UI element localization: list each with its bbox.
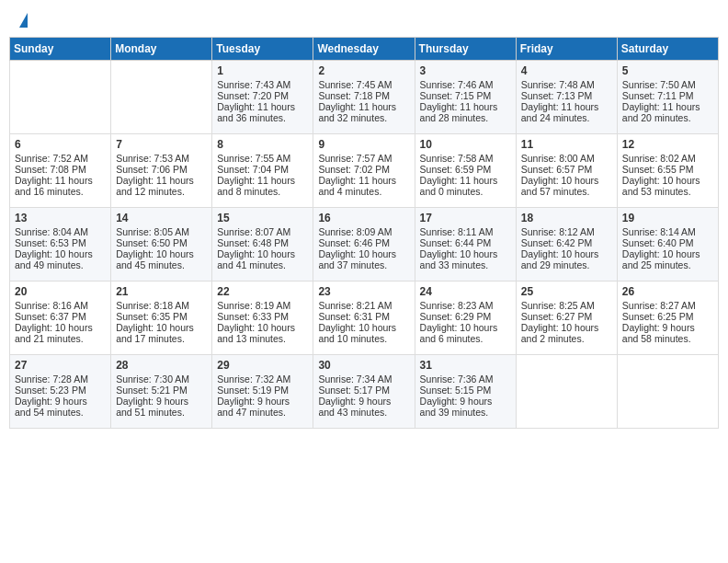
sunset-text: Sunset: 6:42 PM bbox=[521, 237, 612, 248]
calendar-header: SundayMondayTuesdayWednesdayThursdayFrid… bbox=[10, 38, 719, 61]
sunrise-text: Sunrise: 7:53 AM bbox=[116, 153, 207, 164]
calendar-cell: 22Sunrise: 8:19 AMSunset: 6:33 PMDayligh… bbox=[212, 282, 313, 355]
day-number: 26 bbox=[622, 285, 713, 298]
sunrise-text: Sunrise: 8:02 AM bbox=[622, 153, 713, 164]
sunset-text: Sunset: 6:46 PM bbox=[318, 237, 409, 248]
day-number: 27 bbox=[15, 359, 106, 372]
daylight-text: Daylight: 11 hours and 32 minutes. bbox=[318, 101, 409, 123]
day-number: 11 bbox=[521, 138, 612, 151]
daylight-text: Daylight: 11 hours and 36 minutes. bbox=[217, 101, 308, 123]
calendar-cell: 20Sunrise: 8:16 AMSunset: 6:37 PMDayligh… bbox=[10, 282, 111, 355]
day-number: 21 bbox=[116, 285, 207, 298]
sunset-text: Sunset: 6:44 PM bbox=[420, 237, 511, 248]
sunrise-text: Sunrise: 7:48 AM bbox=[521, 79, 612, 90]
day-number: 16 bbox=[318, 212, 409, 224]
calendar-cell: 4Sunrise: 7:48 AMSunset: 7:13 PMDaylight… bbox=[516, 61, 617, 134]
calendar-cell: 3Sunrise: 7:46 AMSunset: 7:15 PMDaylight… bbox=[415, 61, 516, 134]
header-day: Tuesday bbox=[212, 38, 313, 61]
calendar-cell: 10Sunrise: 7:58 AMSunset: 6:59 PMDayligh… bbox=[415, 134, 516, 208]
sunrise-text: Sunrise: 8:09 AM bbox=[318, 226, 409, 237]
day-number: 20 bbox=[15, 285, 106, 298]
calendar-cell: 7Sunrise: 7:53 AMSunset: 7:06 PMDaylight… bbox=[111, 134, 212, 208]
calendar-cell: 19Sunrise: 8:14 AMSunset: 6:40 PMDayligh… bbox=[617, 208, 718, 282]
sunset-text: Sunset: 6:55 PM bbox=[622, 164, 713, 175]
day-number: 25 bbox=[521, 285, 612, 298]
sunrise-text: Sunrise: 7:30 AM bbox=[116, 373, 207, 385]
calendar-week-row: 27Sunrise: 7:28 AMSunset: 5:23 PMDayligh… bbox=[10, 355, 719, 429]
daylight-text: Daylight: 9 hours and 54 minutes. bbox=[15, 396, 106, 418]
day-number: 12 bbox=[622, 138, 713, 151]
calendar-cell: 9Sunrise: 7:57 AMSunset: 7:02 PMDaylight… bbox=[313, 134, 415, 208]
header bbox=[9, 9, 719, 29]
sunset-text: Sunset: 5:15 PM bbox=[420, 385, 511, 396]
sunrise-text: Sunrise: 7:43 AM bbox=[217, 79, 308, 90]
calendar-cell: 18Sunrise: 8:12 AMSunset: 6:42 PMDayligh… bbox=[516, 208, 617, 282]
calendar-cell: 23Sunrise: 8:21 AMSunset: 6:31 PMDayligh… bbox=[313, 282, 415, 355]
day-number: 30 bbox=[318, 359, 409, 372]
sunset-text: Sunset: 7:18 PM bbox=[318, 90, 409, 101]
daylight-text: Daylight: 9 hours and 39 minutes. bbox=[420, 396, 511, 418]
daylight-text: Daylight: 11 hours and 28 minutes. bbox=[420, 101, 511, 123]
day-number: 8 bbox=[217, 138, 308, 151]
sunset-text: Sunset: 7:06 PM bbox=[116, 164, 207, 175]
day-number: 3 bbox=[420, 64, 511, 77]
day-number: 6 bbox=[15, 138, 106, 151]
calendar-week-row: 20Sunrise: 8:16 AMSunset: 6:37 PMDayligh… bbox=[10, 282, 719, 355]
daylight-text: Daylight: 10 hours and 10 minutes. bbox=[318, 322, 409, 344]
calendar-cell: 29Sunrise: 7:32 AMSunset: 5:19 PMDayligh… bbox=[212, 355, 313, 429]
logo-triangle-icon bbox=[19, 13, 28, 28]
sunset-text: Sunset: 7:13 PM bbox=[521, 90, 612, 101]
day-number: 5 bbox=[622, 64, 713, 77]
sunrise-text: Sunrise: 8:25 AM bbox=[521, 300, 612, 311]
day-number: 19 bbox=[622, 212, 713, 224]
sunset-text: Sunset: 6:29 PM bbox=[420, 311, 511, 322]
calendar-week-row: 1Sunrise: 7:43 AMSunset: 7:20 PMDaylight… bbox=[10, 61, 719, 134]
sunrise-text: Sunrise: 8:14 AM bbox=[622, 226, 713, 237]
sunrise-text: Sunrise: 7:34 AM bbox=[318, 373, 409, 385]
sunset-text: Sunset: 5:17 PM bbox=[318, 385, 409, 396]
sunset-text: Sunset: 6:57 PM bbox=[521, 164, 612, 175]
daylight-text: Daylight: 11 hours and 24 minutes. bbox=[521, 101, 612, 123]
calendar-cell: 2Sunrise: 7:45 AMSunset: 7:18 PMDaylight… bbox=[313, 61, 415, 134]
calendar-cell: 21Sunrise: 8:18 AMSunset: 6:35 PMDayligh… bbox=[111, 282, 212, 355]
sunrise-text: Sunrise: 7:58 AM bbox=[420, 153, 511, 164]
calendar-cell: 11Sunrise: 8:00 AMSunset: 6:57 PMDayligh… bbox=[516, 134, 617, 208]
sunset-text: Sunset: 7:04 PM bbox=[217, 164, 308, 175]
calendar-body: 1Sunrise: 7:43 AMSunset: 7:20 PMDaylight… bbox=[10, 61, 719, 429]
sunset-text: Sunset: 7:11 PM bbox=[622, 90, 713, 101]
sunrise-text: Sunrise: 8:07 AM bbox=[217, 226, 308, 237]
header-day: Wednesday bbox=[313, 38, 415, 61]
day-number: 1 bbox=[217, 64, 308, 77]
header-day: Thursday bbox=[415, 38, 516, 61]
sunset-text: Sunset: 6:50 PM bbox=[116, 237, 207, 248]
daylight-text: Daylight: 11 hours and 8 minutes. bbox=[217, 175, 308, 197]
day-number: 10 bbox=[420, 138, 511, 151]
sunrise-text: Sunrise: 8:05 AM bbox=[116, 226, 207, 237]
day-number: 14 bbox=[116, 212, 207, 224]
sunrise-text: Sunrise: 8:23 AM bbox=[420, 300, 511, 311]
calendar-cell: 14Sunrise: 8:05 AMSunset: 6:50 PMDayligh… bbox=[111, 208, 212, 282]
header-day: Saturday bbox=[617, 38, 718, 61]
daylight-text: Daylight: 10 hours and 33 minutes. bbox=[420, 248, 511, 270]
day-number: 13 bbox=[15, 212, 106, 224]
sunset-text: Sunset: 7:20 PM bbox=[217, 90, 308, 101]
daylight-text: Daylight: 9 hours and 47 minutes. bbox=[217, 396, 308, 418]
daylight-text: Daylight: 9 hours and 43 minutes. bbox=[318, 396, 409, 418]
sunset-text: Sunset: 6:25 PM bbox=[622, 311, 713, 322]
daylight-text: Daylight: 11 hours and 16 minutes. bbox=[15, 175, 106, 197]
sunrise-text: Sunrise: 7:55 AM bbox=[217, 153, 308, 164]
sunset-text: Sunset: 6:37 PM bbox=[15, 311, 106, 322]
sunrise-text: Sunrise: 7:50 AM bbox=[622, 79, 713, 90]
calendar-cell: 12Sunrise: 8:02 AMSunset: 6:55 PMDayligh… bbox=[617, 134, 718, 208]
calendar-cell: 6Sunrise: 7:52 AMSunset: 7:08 PMDaylight… bbox=[10, 134, 111, 208]
sunset-text: Sunset: 6:53 PM bbox=[15, 237, 106, 248]
daylight-text: Daylight: 10 hours and 37 minutes. bbox=[318, 248, 409, 270]
sunset-text: Sunset: 5:19 PM bbox=[217, 385, 308, 396]
calendar-cell: 15Sunrise: 8:07 AMSunset: 6:48 PMDayligh… bbox=[212, 208, 313, 282]
calendar-cell: 26Sunrise: 8:27 AMSunset: 6:25 PMDayligh… bbox=[617, 282, 718, 355]
sunrise-text: Sunrise: 8:16 AM bbox=[15, 300, 106, 311]
daylight-text: Daylight: 11 hours and 4 minutes. bbox=[318, 175, 409, 197]
calendar-cell bbox=[10, 61, 111, 134]
day-number: 29 bbox=[217, 359, 308, 372]
sunset-text: Sunset: 6:27 PM bbox=[521, 311, 612, 322]
